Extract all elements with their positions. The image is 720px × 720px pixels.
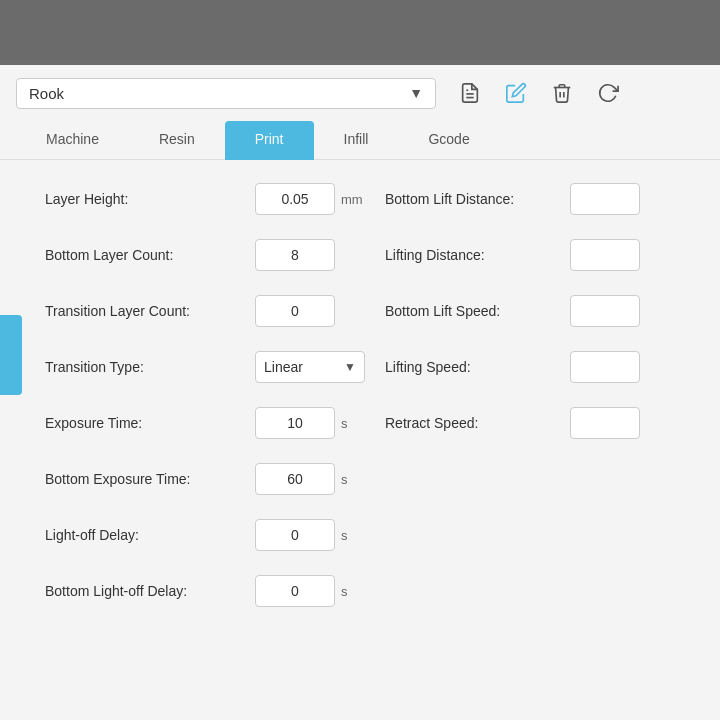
retract-speed-label: Retract Speed: [385,415,570,431]
lifting-distance-label: Lifting Distance: [385,247,570,263]
bottom-lift-distance-row: Bottom Lift Distance: [385,180,690,218]
retract-speed-row: Retract Speed: [385,404,690,442]
layer-height-row: Layer Height: mm [45,180,365,218]
bottom-exposure-time-row: Bottom Exposure Time: s [45,460,365,498]
left-panel: Layer Height: mm Bottom Layer Count: Tra… [45,180,365,628]
bottom-layer-count-input[interactable] [255,239,335,271]
transition-layer-count-input[interactable] [255,295,335,327]
exposure-time-row: Exposure Time: s [45,404,365,442]
tabs-bar: Machine Resin Print Infill Gcode [0,121,720,160]
bottom-exposure-time-input[interactable] [255,463,335,495]
bottom-exposure-time-label: Bottom Exposure Time: [45,471,255,487]
bottom-light-off-delay-label: Bottom Light-off Delay: [45,583,255,599]
delete-button[interactable] [546,77,578,109]
layer-height-label: Layer Height: [45,191,255,207]
exposure-time-input[interactable] [255,407,335,439]
bottom-layer-count-label: Bottom Layer Count: [45,247,255,263]
transition-type-value: Linear [264,359,303,375]
bottom-lift-speed-input[interactable] [570,295,640,327]
transition-layer-count-label: Transition Layer Count: [45,303,255,319]
save-button[interactable] [454,77,486,109]
transition-layer-count-row: Transition Layer Count: [45,292,365,330]
bottom-light-off-delay-row: Bottom Light-off Delay: s [45,572,365,610]
right-panel: Bottom Lift Distance: Lifting Distance: … [365,180,690,628]
bottom-layer-count-row: Bottom Layer Count: [45,236,365,274]
layer-height-input[interactable] [255,183,335,215]
tab-infill[interactable]: Infill [314,121,399,160]
exposure-time-unit: s [341,416,348,431]
lifting-distance-input[interactable] [570,239,640,271]
bottom-lift-distance-label: Bottom Lift Distance: [385,191,570,207]
chevron-down-icon: ▼ [409,85,423,101]
transition-type-chevron-icon: ▼ [344,360,356,374]
exposure-time-label: Exposure Time: [45,415,255,431]
profile-value: Rook [29,85,64,102]
bottom-light-off-delay-unit: s [341,584,348,599]
bottom-light-off-delay-input[interactable] [255,575,335,607]
light-off-delay-row: Light-off Delay: s [45,516,365,554]
refresh-button[interactable] [592,77,624,109]
lifting-distance-row: Lifting Distance: [385,236,690,274]
bottom-lift-speed-row: Bottom Lift Speed: [385,292,690,330]
lifting-speed-input[interactable] [570,351,640,383]
transition-type-dropdown[interactable]: Linear ▼ [255,351,365,383]
lifting-speed-label: Lifting Speed: [385,359,570,375]
light-off-delay-label: Light-off Delay: [45,527,255,543]
tab-resin[interactable]: Resin [129,121,225,160]
bottom-lift-speed-label: Bottom Lift Speed: [385,303,570,319]
transition-type-row: Transition Type: Linear ▼ [45,348,365,386]
bottom-lift-distance-input[interactable] [570,183,640,215]
tab-print[interactable]: Print [225,121,314,160]
lifting-speed-row: Lifting Speed: [385,348,690,386]
light-off-delay-input[interactable] [255,519,335,551]
transition-type-label: Transition Type: [45,359,255,375]
edit-button[interactable] [500,77,532,109]
bottom-exposure-time-unit: s [341,472,348,487]
retract-speed-input[interactable] [570,407,640,439]
tab-gcode[interactable]: Gcode [398,121,499,160]
light-off-delay-unit: s [341,528,348,543]
tab-machine[interactable]: Machine [16,121,129,160]
profile-dropdown[interactable]: Rook ▼ [16,78,436,109]
layer-height-unit: mm [341,192,363,207]
